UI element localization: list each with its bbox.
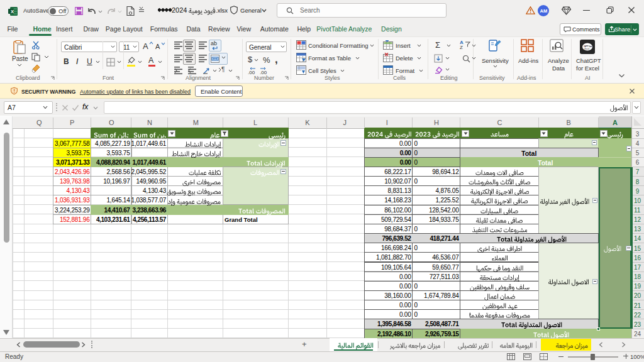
svg-text:Excel: Excel — [585, 48, 590, 50]
svg-text:X: X — [11, 9, 14, 14]
svg-text:.00: .00 — [260, 70, 267, 75]
svg-text:.00: .00 — [248, 70, 255, 75]
